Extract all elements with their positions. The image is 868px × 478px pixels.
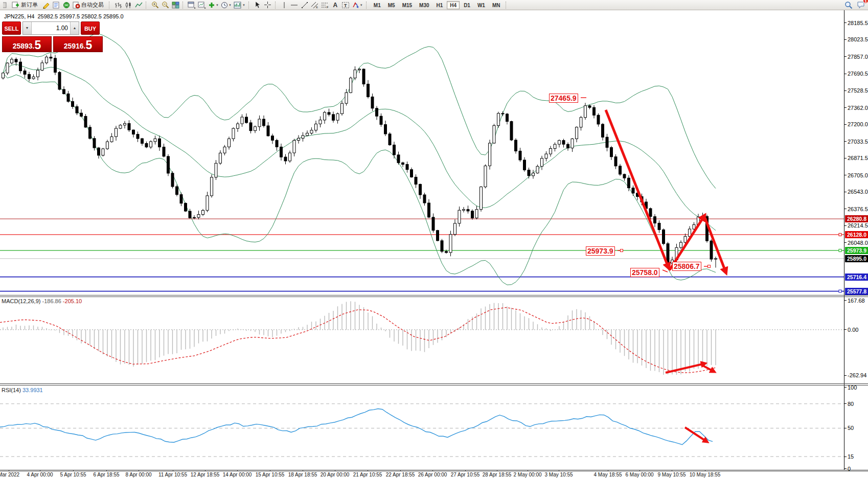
- rsi-arrow[interactable]: [685, 427, 707, 442]
- buy-price-button[interactable]: 25916.5: [53, 36, 103, 52]
- template-button[interactable]: ▼: [233, 1, 246, 10]
- volume-stepper: ▼ ▲: [22, 21, 79, 35]
- timeframe-group: M1M5M15M30H1H4D1W1MN: [371, 1, 504, 9]
- chart-profile-icon[interactable]: [197, 1, 207, 10]
- vertical-line-tool[interactable]: [280, 1, 289, 10]
- candle: [98, 148, 100, 155]
- bar-chart-mode-icon[interactable]: [113, 1, 123, 10]
- candle: [680, 242, 682, 247]
- tile-windows-icon[interactable]: [171, 1, 180, 10]
- crosshair-tool[interactable]: [263, 1, 272, 10]
- candle: [141, 139, 144, 143]
- pane-separator[interactable]: [0, 383, 868, 384]
- horizontal-line-tool[interactable]: [290, 1, 299, 10]
- cursor-tool[interactable]: [253, 1, 262, 10]
- candle: [24, 71, 26, 75]
- timeframe-W1[interactable]: W1: [474, 1, 488, 9]
- pane-separator[interactable]: [0, 385, 868, 385]
- clipped-icon[interactable]: [1, 1, 10, 10]
- line-anchor[interactable]: [839, 249, 841, 252]
- axis-tick: 27690.5: [844, 71, 868, 77]
- zoom-in-icon[interactable]: [150, 1, 159, 10]
- crayon-icon[interactable]: [41, 1, 51, 10]
- horizontal-lines[interactable]: [0, 219, 844, 291]
- candle: [249, 123, 252, 131]
- fibonacci-tool[interactable]: F: [321, 1, 330, 10]
- price-annotation-25806.7[interactable]: 25806.7: [672, 262, 701, 271]
- timeframe-MN[interactable]: MN: [489, 1, 504, 9]
- candle: [211, 177, 213, 196]
- notifications-chat-icon[interactable]: 1: [856, 1, 866, 10]
- candle: [202, 211, 204, 215]
- price-annotation-25973.9[interactable]: 25973.9: [586, 246, 615, 256]
- timeframe-M30[interactable]: M30: [416, 1, 432, 9]
- time-label: 22 Apr 18:55: [386, 472, 415, 477]
- candle: [406, 165, 408, 170]
- equidistant-channel-tool[interactable]: E: [310, 1, 319, 10]
- zoom-out-icon[interactable]: [161, 1, 170, 10]
- text-tool[interactable]: A: [331, 1, 340, 10]
- autotrading-button[interactable]: 自动交易: [72, 1, 106, 10]
- candle: [506, 114, 509, 122]
- pane-separator[interactable]: [0, 297, 868, 297]
- report-icon[interactable]: [52, 1, 61, 10]
- candle: [11, 59, 13, 63]
- timeframe-M5[interactable]: M5: [385, 1, 398, 9]
- timeframe-H4[interactable]: H4: [447, 1, 460, 9]
- time-label: Mar 2022: [0, 472, 19, 477]
- arrows-shapes-tool[interactable]: ▼: [351, 1, 363, 10]
- candle: [454, 223, 456, 235]
- add-indicator-button[interactable]: ▼: [208, 1, 219, 10]
- candle: [371, 97, 374, 108]
- period-clock-button[interactable]: ▼: [220, 1, 232, 10]
- candle: [358, 69, 361, 70]
- time-label: 14 Apr 00:00: [223, 472, 252, 477]
- timeframe-H1[interactable]: H1: [433, 1, 446, 9]
- candle: [584, 106, 587, 118]
- price-annotation-25758.0[interactable]: 25758.0: [630, 268, 659, 277]
- candle: [480, 187, 483, 210]
- volume-increase-button[interactable]: ▲: [70, 22, 79, 34]
- line-anchor[interactable]: [839, 290, 841, 292]
- new-order-button[interactable]: 新订单: [11, 1, 40, 10]
- candle: [341, 103, 344, 113]
- new-chart-window-icon[interactable]: [187, 1, 196, 10]
- volume-input[interactable]: [32, 22, 70, 34]
- pane-separator[interactable]: [0, 295, 868, 295]
- axis-tick: 26376.5: [844, 206, 868, 212]
- axis-tick: 27362.0: [844, 105, 868, 111]
- candle: [467, 210, 469, 211]
- candle: [267, 126, 269, 136]
- candle: [423, 195, 426, 203]
- price-badge-26128.0: 26128.0: [845, 231, 868, 238]
- sell-price-button[interactable]: 25893.5: [2, 36, 52, 52]
- annotation-arrows[interactable]: [581, 98, 841, 292]
- volume-decrease-button[interactable]: ▼: [23, 22, 32, 34]
- timeframe-D1[interactable]: D1: [461, 1, 473, 9]
- candle: [58, 72, 61, 89]
- candlestick-mode-icon[interactable]: [124, 1, 133, 10]
- candle: [193, 217, 196, 218]
- search-icon[interactable]: [844, 1, 853, 10]
- buy-button[interactable]: BUY: [81, 21, 100, 35]
- axis-tick: 27857.0: [844, 54, 868, 60]
- trendline-tool[interactable]: [300, 1, 309, 10]
- toolbar-separator: [146, 2, 148, 9]
- candle: [45, 57, 48, 63]
- candle: [54, 58, 57, 72]
- timeframe-M15[interactable]: M15: [399, 1, 415, 9]
- trend-arrow[interactable]: [606, 110, 669, 268]
- time-label: 6 Apr 18:55: [93, 472, 119, 477]
- candle: [150, 142, 152, 147]
- candle: [354, 70, 356, 78]
- line-chart-mode-icon[interactable]: [134, 1, 143, 10]
- candle: [415, 177, 417, 184]
- time-label: 28 Apr 18:55: [483, 472, 512, 477]
- timeframe-M1[interactable]: M1: [371, 1, 384, 9]
- price-annotation-27465.9[interactable]: 27465.9: [549, 94, 578, 103]
- candle: [6, 63, 9, 73]
- sell-button[interactable]: SELL: [2, 21, 21, 35]
- text-label-tool[interactable]: T: [341, 1, 350, 10]
- line-anchor[interactable]: [839, 233, 841, 236]
- signal-globe-icon[interactable]: [62, 1, 71, 10]
